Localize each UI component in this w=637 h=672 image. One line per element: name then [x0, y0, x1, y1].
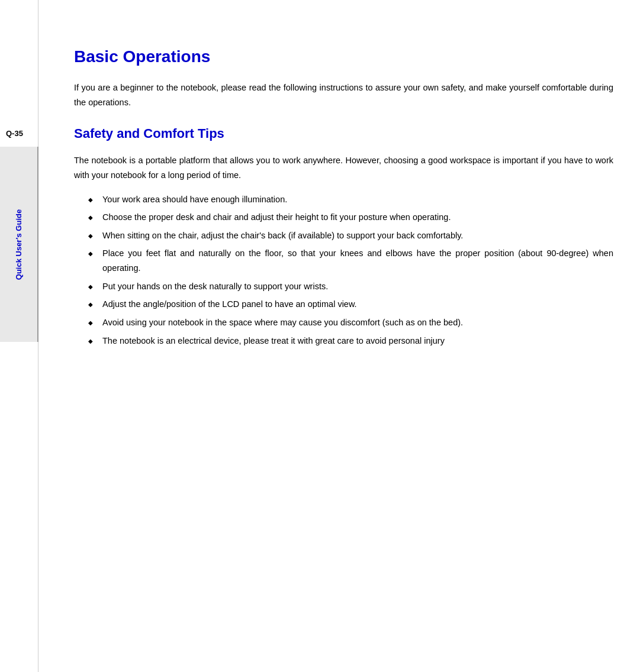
bullet-item-0: Your work area should have enough illumi… — [92, 192, 613, 207]
main-content: Basic Operations If you are a beginner t… — [38, 0, 637, 672]
sidebar-label: Quick User's Guide — [14, 209, 23, 279]
bullet-item-7: The notebook is an electrical device, pl… — [92, 334, 613, 348]
bullet-item-4: Put your hands on the desk naturally to … — [92, 279, 613, 294]
bullet-item-5: Adjust the angle/position of the LCD pan… — [92, 297, 613, 312]
bullet-item-2: When sitting on the chair, adjust the ch… — [92, 228, 613, 243]
section1-intro: The notebook is a portable platform that… — [74, 153, 613, 182]
page-number: Q-35 — [6, 129, 23, 138]
sidebar-label-container: Quick User's Guide — [0, 147, 38, 342]
intro-text: If you are a beginner to the notebook, p… — [74, 80, 613, 109]
bullet-list: Your work area should have enough illumi… — [92, 192, 613, 348]
bullet-item-1: Choose the proper desk and chair and adj… — [92, 210, 613, 225]
section1-title: Safety and Comfort Tips — [74, 126, 613, 141]
bullet-item-6: Avoid using your notebook in the space w… — [92, 315, 613, 330]
left-margin: Q-35 Quick User's Guide — [0, 0, 38, 672]
bullet-item-3: Place you feet flat and naturally on the… — [92, 246, 613, 275]
main-title: Basic Operations — [74, 47, 613, 66]
